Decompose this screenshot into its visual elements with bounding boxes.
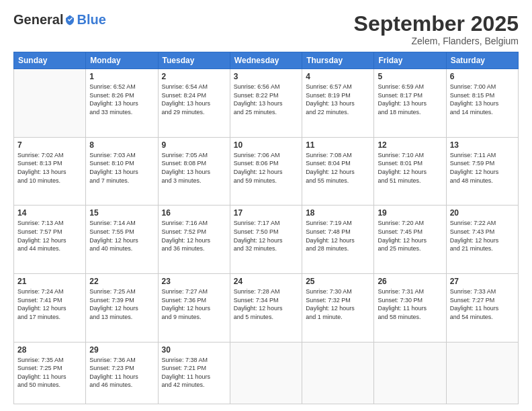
day-number: 4	[306, 72, 370, 81]
day-number: 20	[450, 208, 515, 218]
calendar-cell	[446, 342, 518, 404]
day-number: 2	[162, 72, 226, 81]
cell-info: Sunrise: 7:16 AMSunset: 7:52 PMDaylight:…	[162, 219, 226, 253]
calendar-cell: 25Sunrise: 7:30 AMSunset: 7:32 PMDayligh…	[302, 274, 374, 342]
calendar-cell: 22Sunrise: 7:25 AMSunset: 7:39 PMDayligh…	[86, 274, 158, 342]
calendar-cell: 24Sunrise: 7:28 AMSunset: 7:34 PMDayligh…	[230, 274, 302, 342]
day-header-tuesday: Tuesday	[158, 52, 230, 69]
cell-info: Sunrise: 7:20 AMSunset: 7:45 PMDaylight:…	[378, 219, 442, 253]
cell-info: Sunrise: 7:03 AMSunset: 8:10 PMDaylight:…	[89, 151, 154, 185]
calendar-cell: 26Sunrise: 7:31 AMSunset: 7:30 PMDayligh…	[374, 274, 446, 342]
cell-info: Sunrise: 7:06 AMSunset: 8:06 PMDaylight:…	[234, 151, 298, 185]
cell-info: Sunrise: 7:28 AMSunset: 7:34 PMDaylight:…	[234, 287, 298, 321]
title-section: September 2025 Zelem, Flanders, Belgium	[354, 12, 519, 46]
day-header-wednesday: Wednesday	[230, 52, 302, 69]
cell-info: Sunrise: 7:10 AMSunset: 8:01 PMDaylight:…	[378, 151, 442, 185]
cell-info: Sunrise: 7:36 AMSunset: 7:23 PMDaylight:…	[89, 356, 154, 390]
day-number: 11	[306, 140, 370, 150]
day-number: 24	[234, 277, 298, 286]
day-number: 7	[17, 140, 82, 150]
calendar-cell: 6Sunrise: 7:00 AMSunset: 8:15 PMDaylight…	[446, 69, 518, 138]
calendar-cell: 8Sunrise: 7:03 AMSunset: 8:10 PMDaylight…	[86, 137, 158, 205]
cell-info: Sunrise: 7:33 AMSunset: 7:27 PMDaylight:…	[450, 287, 515, 321]
calendar-cell: 29Sunrise: 7:36 AMSunset: 7:23 PMDayligh…	[86, 342, 158, 404]
day-number: 1	[89, 72, 154, 81]
logo-text: General Blue	[13, 12, 106, 28]
cell-info: Sunrise: 7:14 AMSunset: 7:55 PMDaylight:…	[89, 219, 154, 253]
day-number: 9	[162, 140, 226, 150]
cell-info: Sunrise: 7:05 AMSunset: 8:08 PMDaylight:…	[162, 151, 226, 185]
calendar-cell: 1Sunrise: 6:52 AMSunset: 8:26 PMDaylight…	[86, 69, 158, 138]
calendar-cell: 12Sunrise: 7:10 AMSunset: 8:01 PMDayligh…	[374, 137, 446, 205]
calendar-cell: 18Sunrise: 7:19 AMSunset: 7:48 PMDayligh…	[302, 205, 374, 274]
calendar-cell: 17Sunrise: 7:17 AMSunset: 7:50 PMDayligh…	[230, 205, 302, 274]
day-number: 28	[17, 345, 82, 355]
day-number: 10	[234, 140, 298, 150]
day-header-thursday: Thursday	[302, 52, 374, 69]
calendar-cell: 28Sunrise: 7:35 AMSunset: 7:25 PMDayligh…	[14, 342, 86, 404]
calendar-cell: 23Sunrise: 7:27 AMSunset: 7:36 PMDayligh…	[158, 274, 230, 342]
day-number: 5	[378, 72, 442, 81]
day-number: 14	[17, 208, 82, 218]
week-row-3: 14Sunrise: 7:13 AMSunset: 7:57 PMDayligh…	[14, 205, 519, 274]
day-number: 6	[450, 72, 515, 81]
day-header-monday: Monday	[86, 52, 158, 69]
logo: General Blue	[13, 12, 106, 28]
cell-info: Sunrise: 7:08 AMSunset: 8:04 PMDaylight:…	[306, 151, 370, 185]
cell-info: Sunrise: 7:22 AMSunset: 7:43 PMDaylight:…	[450, 219, 515, 253]
calendar-cell: 21Sunrise: 7:24 AMSunset: 7:41 PMDayligh…	[14, 274, 86, 342]
calendar-cell: 7Sunrise: 7:02 AMSunset: 8:13 PMDaylight…	[14, 137, 86, 205]
day-number: 8	[89, 140, 154, 150]
calendar-cell: 5Sunrise: 6:59 AMSunset: 8:17 PMDaylight…	[374, 69, 446, 138]
page: General Blue September 2025 Zelem, Fland…	[0, 0, 532, 411]
logo-general: General	[13, 12, 63, 28]
day-number: 12	[378, 140, 442, 150]
header: General Blue September 2025 Zelem, Fland…	[13, 12, 519, 46]
calendar-cell: 30Sunrise: 7:38 AMSunset: 7:21 PMDayligh…	[158, 342, 230, 404]
day-number: 13	[450, 140, 515, 150]
day-number: 19	[378, 208, 442, 218]
day-header-sunday: Sunday	[14, 52, 86, 69]
day-number: 29	[89, 345, 154, 355]
calendar-cell: 3Sunrise: 6:56 AMSunset: 8:22 PMDaylight…	[230, 69, 302, 138]
month-title: September 2025	[354, 12, 519, 36]
day-number: 18	[306, 208, 370, 218]
cell-info: Sunrise: 6:52 AMSunset: 8:26 PMDaylight:…	[89, 83, 154, 116]
cell-info: Sunrise: 6:57 AMSunset: 8:19 PMDaylight:…	[306, 83, 370, 116]
calendar-cell: 9Sunrise: 7:05 AMSunset: 8:08 PMDaylight…	[158, 137, 230, 205]
day-number: 16	[162, 208, 226, 218]
calendar-cell	[374, 342, 446, 404]
day-header-saturday: Saturday	[446, 52, 518, 69]
cell-info: Sunrise: 7:02 AMSunset: 8:13 PMDaylight:…	[17, 151, 82, 185]
cell-info: Sunrise: 7:35 AMSunset: 7:25 PMDaylight:…	[17, 356, 82, 390]
calendar-cell: 2Sunrise: 6:54 AMSunset: 8:24 PMDaylight…	[158, 69, 230, 138]
cell-info: Sunrise: 7:25 AMSunset: 7:39 PMDaylight:…	[89, 287, 154, 321]
cell-info: Sunrise: 7:24 AMSunset: 7:41 PMDaylight:…	[17, 287, 82, 321]
calendar-cell: 16Sunrise: 7:16 AMSunset: 7:52 PMDayligh…	[158, 205, 230, 274]
day-number: 21	[17, 277, 82, 286]
calendar-header-row: SundayMondayTuesdayWednesdayThursdayFrid…	[14, 52, 519, 69]
cell-info: Sunrise: 7:30 AMSunset: 7:32 PMDaylight:…	[306, 287, 370, 321]
calendar-cell: 15Sunrise: 7:14 AMSunset: 7:55 PMDayligh…	[86, 205, 158, 274]
week-row-2: 7Sunrise: 7:02 AMSunset: 8:13 PMDaylight…	[14, 137, 519, 205]
cell-info: Sunrise: 7:11 AMSunset: 7:59 PMDaylight:…	[450, 151, 515, 185]
day-number: 30	[162, 345, 226, 355]
cell-info: Sunrise: 7:19 AMSunset: 7:48 PMDaylight:…	[306, 219, 370, 253]
calendar-cell: 27Sunrise: 7:33 AMSunset: 7:27 PMDayligh…	[446, 274, 518, 342]
week-row-1: 1Sunrise: 6:52 AMSunset: 8:26 PMDaylight…	[14, 69, 519, 138]
cell-info: Sunrise: 7:27 AMSunset: 7:36 PMDaylight:…	[162, 287, 226, 321]
cell-info: Sunrise: 7:13 AMSunset: 7:57 PMDaylight:…	[17, 219, 82, 253]
day-number: 17	[234, 208, 298, 218]
calendar-table: SundayMondayTuesdayWednesdayThursdayFrid…	[13, 52, 519, 404]
day-number: 23	[162, 277, 226, 286]
day-number: 25	[306, 277, 370, 286]
calendar-cell: 11Sunrise: 7:08 AMSunset: 8:04 PMDayligh…	[302, 137, 374, 205]
logo-icon	[64, 14, 76, 26]
calendar-cell	[302, 342, 374, 404]
calendar-cell: 14Sunrise: 7:13 AMSunset: 7:57 PMDayligh…	[14, 205, 86, 274]
cell-info: Sunrise: 7:31 AMSunset: 7:30 PMDaylight:…	[378, 287, 442, 321]
cell-info: Sunrise: 6:54 AMSunset: 8:24 PMDaylight:…	[162, 83, 226, 116]
cell-info: Sunrise: 7:17 AMSunset: 7:50 PMDaylight:…	[234, 219, 298, 253]
calendar-cell: 10Sunrise: 7:06 AMSunset: 8:06 PMDayligh…	[230, 137, 302, 205]
day-number: 22	[89, 277, 154, 286]
